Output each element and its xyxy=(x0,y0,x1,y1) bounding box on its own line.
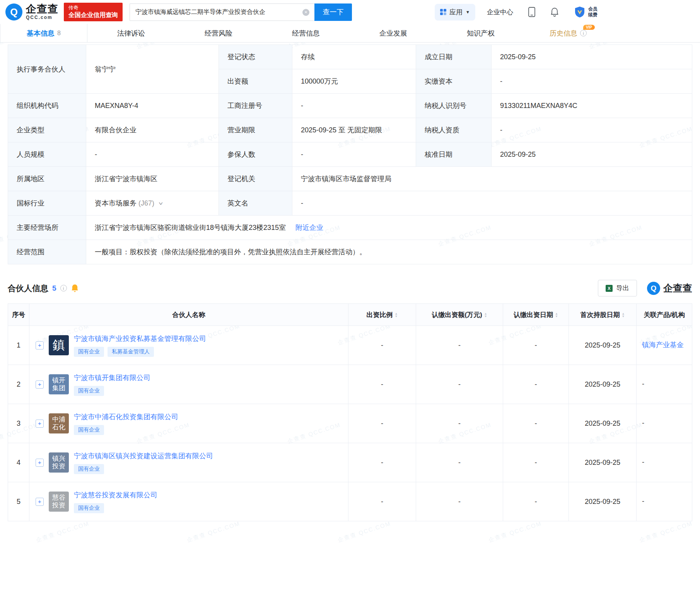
label-approval-date: 核准日期 xyxy=(416,142,492,167)
label-org-code: 组织机构代码 xyxy=(8,94,86,118)
partner-amount: - xyxy=(416,443,503,482)
partner-name-cell: +中浦石化宁波市中浦石化投资集团有限公司国有企业 xyxy=(29,404,348,443)
value-authority: 宁波市镇海区市场监督管理局 xyxy=(292,167,692,191)
label-scope: 经营范围 xyxy=(8,240,86,264)
partner-sub-date: - xyxy=(503,443,569,482)
promo-banner[interactable]: 传奇 全国企业信用查询 xyxy=(64,3,123,22)
tag: 国有企业 xyxy=(74,347,104,357)
subscribe-bell-icon[interactable] xyxy=(71,284,79,293)
clear-search-icon[interactable]: ✕ xyxy=(302,9,309,16)
sort-icon[interactable]: ▲▼ xyxy=(622,312,625,318)
tab-development[interactable]: 企业发展 xyxy=(350,24,437,42)
top-header: Q 企查查 QCC.com 传奇 全国企业信用查询 ✕ 查一下 应用 ▼ 企业中… xyxy=(0,0,700,24)
export-label: 导出 xyxy=(616,284,629,293)
column-label: 序号 xyxy=(12,311,25,319)
sort-icon[interactable]: ▲▼ xyxy=(395,312,398,318)
value-reg-no: - xyxy=(292,94,416,118)
qcc-brand-text: 企查查 xyxy=(663,282,692,295)
partner-name-link[interactable]: 宁波市镇开集团有限公司 xyxy=(74,373,150,382)
column-header-amount[interactable]: 认缴出资额(万元)▲▼ xyxy=(416,304,503,326)
label-address: 主要经营场所 xyxy=(8,216,86,240)
related-product-link[interactable]: 镇海产业基金 xyxy=(642,341,684,349)
sort-icon[interactable]: ▲▼ xyxy=(484,312,487,318)
column-header-name: 合伙人名称 xyxy=(29,304,348,326)
address-text: 浙江省宁波市镇海区骆驼街道锦业街18号镇海大厦23楼2315室 xyxy=(95,224,286,231)
partners-table: 序号合伙人名称出资比例▲▼认缴出资额(万元)▲▼认缴出资日期▲▼首次持股日期▲▼… xyxy=(8,303,692,521)
info-icon[interactable]: i xyxy=(580,30,587,36)
basic-info-table: 执行事务合伙人 翁宁宁 登记状态 存续 成立日期 2025-09-25 出资额 … xyxy=(8,45,692,264)
export-button[interactable]: X 导出 xyxy=(598,280,637,296)
industry-name: 资本市场服务 xyxy=(95,199,137,207)
watermark-text: 企查查 QCC.COM xyxy=(35,520,90,544)
notification-icon[interactable] xyxy=(550,7,559,17)
apps-menu[interactable]: 应用 ▼ xyxy=(435,4,475,21)
apps-grid-icon xyxy=(440,9,446,15)
value-term: 2025-09-25 至 无固定期限 xyxy=(292,118,416,142)
search-input[interactable] xyxy=(130,3,314,21)
expand-row-button[interactable]: + xyxy=(36,459,44,467)
value-en-name: - xyxy=(292,191,692,216)
partner-name-link[interactable]: 宁波市镇海产业投资私募基金管理有限公司 xyxy=(74,334,206,343)
partner-name-link[interactable]: 宁波市镇海区镇兴投资建设运营集团有限公司 xyxy=(74,451,213,461)
label-exec-partner: 执行事务合伙人 xyxy=(8,45,86,94)
partner-ratio: - xyxy=(348,365,416,404)
expand-row-button[interactable]: + xyxy=(36,498,44,506)
partner-sub-date: - xyxy=(503,482,569,521)
sort-icon[interactable]: ▲▼ xyxy=(555,312,558,318)
partner-row: 1+鎮宁波市镇海产业投资私募基金管理有限公司国有企业私募基金管理人---2025… xyxy=(8,326,692,365)
tab-ip[interactable]: 知识产权 xyxy=(437,24,524,42)
value-establish-date: 2025-09-25 xyxy=(492,45,692,69)
expand-row-button[interactable]: + xyxy=(36,420,44,428)
tab-basic-info[interactable]: 基本信息8 xyxy=(0,24,87,42)
label-establish-date: 成立日期 xyxy=(416,45,492,69)
partner-ratio: - xyxy=(348,404,416,443)
enterprise-center-link[interactable]: 企业中心 xyxy=(487,8,513,17)
logo-title: 企查查 xyxy=(26,4,58,15)
partner-related-cell: 镇海产业基金 xyxy=(637,326,692,365)
tab-legal[interactable]: 法律诉讼 xyxy=(87,24,175,42)
tab-label: 历史信息 xyxy=(550,29,577,38)
nearby-companies-link[interactable]: 附近企业 xyxy=(295,224,323,231)
column-header-ratio[interactable]: 出资比例▲▼ xyxy=(348,304,416,326)
column-header-first-date[interactable]: 首次持股日期▲▼ xyxy=(569,304,637,326)
partner-first-date: 2025-09-25 xyxy=(569,404,637,443)
column-header-sub-date[interactable]: 认缴出资日期▲▼ xyxy=(503,304,569,326)
member-renew[interactable]: 会员 续费 xyxy=(574,6,598,18)
mobile-icon[interactable] xyxy=(528,7,536,17)
apps-menu-label: 应用 xyxy=(449,8,463,17)
expand-row-button[interactable]: + xyxy=(36,380,44,389)
tab-risk[interactable]: 经营风险 xyxy=(175,24,262,42)
tab-operation[interactable]: 经营信息 xyxy=(262,24,350,42)
excel-icon: X xyxy=(606,285,613,292)
info-icon[interactable]: i xyxy=(60,285,67,291)
company-logo: 中浦石化 xyxy=(49,413,69,433)
expand-row-button[interactable]: + xyxy=(36,341,44,349)
partner-name-cell: +镇开集团宁波市镇开集团有限公司国有企业 xyxy=(29,365,348,404)
value-staff: - xyxy=(86,142,219,167)
value-tax-qual: - xyxy=(492,118,692,142)
label-staff: 人员规模 xyxy=(8,142,86,167)
partner-index: 3 xyxy=(8,404,29,443)
label-reg-status: 登记状态 xyxy=(219,45,292,69)
partner-tags: 国有企业 xyxy=(74,464,213,474)
industry-code: (J67) xyxy=(138,199,154,207)
partners-title: 合伙人信息 xyxy=(8,283,48,294)
column-header-no: 序号 xyxy=(8,304,29,326)
partner-first-date: 2025-09-25 xyxy=(569,482,637,521)
search-bar: ✕ 查一下 xyxy=(130,3,352,21)
page: 企查查 QCC.COM企查查 QCC.COM企查查 QCC.COM企查查 QCC… xyxy=(0,0,700,603)
partner-related-cell: - xyxy=(637,482,692,521)
label-company-type: 企业类型 xyxy=(8,118,86,142)
tab-label: 经营风险 xyxy=(205,29,232,38)
partner-sub-date: - xyxy=(503,365,569,404)
value-exec-partner: 翁宁宁 xyxy=(86,45,219,94)
promo-line2: 全国企业信用查询 xyxy=(68,11,118,19)
partner-amount: - xyxy=(416,365,503,404)
partner-name-link[interactable]: 宁波慧谷投资发展有限公司 xyxy=(74,490,157,500)
column-header-related: 关联产品/机构 xyxy=(637,304,692,326)
partner-name-link[interactable]: 宁波市中浦石化投资集团有限公司 xyxy=(74,412,178,421)
tab-history[interactable]: 历史信息VIPi xyxy=(524,24,612,42)
search-button[interactable]: 查一下 xyxy=(314,3,352,21)
chevron-down-icon[interactable]: ˅ xyxy=(159,201,163,207)
qcc-logo[interactable]: Q 企查查 QCC.com xyxy=(5,3,58,21)
